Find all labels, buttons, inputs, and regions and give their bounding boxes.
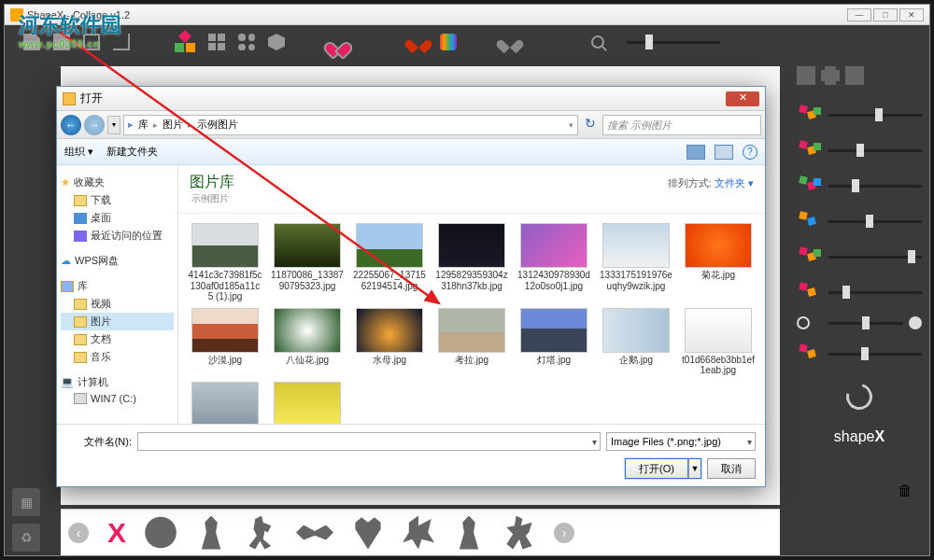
tree-favorites[interactable]: ★收藏夹 xyxy=(61,174,174,191)
file-name: 八仙花.jpg xyxy=(270,355,345,366)
file-item[interactable]: 菊花.jpg xyxy=(679,223,757,302)
crumb-lib[interactable]: 库 xyxy=(135,118,151,132)
gallery-icon[interactable]: ▦ xyxy=(12,488,40,516)
organize-menu[interactable]: 组织 ▾ xyxy=(64,145,93,159)
tree-item-documents[interactable]: 文档 xyxy=(61,330,174,348)
nav-history-drop[interactable]: ▾ xyxy=(107,116,120,134)
file-item[interactable]: 11870086_1338790795323.jpg xyxy=(268,223,347,302)
file-item[interactable]: 沙漠.jpg xyxy=(186,308,264,376)
newfolder-button[interactable]: 新建文件夹 xyxy=(106,145,158,159)
tree-libraries[interactable]: 库 xyxy=(61,277,174,295)
file-name: 11870086_1338790795323.jpg xyxy=(270,270,345,291)
file-item[interactable]: 1333175191976euqhy9wzik.jpg xyxy=(597,223,675,302)
shape-cupid[interactable] xyxy=(403,516,434,550)
tree-computer[interactable]: 💻计算机 xyxy=(61,373,174,391)
file-item[interactable]: 水母.jpg xyxy=(350,308,429,376)
slider-circle[interactable] xyxy=(797,316,922,329)
slider-7[interactable] xyxy=(797,343,922,365)
shapes-next[interactable]: › xyxy=(554,523,574,543)
file-name: 1333175191976euqhy9wzik.jpg xyxy=(599,270,673,291)
dialog-nav: ← → ▾ ▸ 库▸ 图片▸ 示例图片 ▾ ↻ 搜索 示例图片 xyxy=(57,111,765,139)
heart-filled-icon[interactable] xyxy=(410,35,427,49)
shape-mustache[interactable] xyxy=(296,525,333,540)
undo-icon[interactable] xyxy=(842,379,877,414)
file-item[interactable]: 企鹅.jpg xyxy=(597,308,675,376)
shape-circle-v[interactable] xyxy=(145,516,177,550)
shapes-color-icon[interactable] xyxy=(175,32,195,52)
view-mode-button[interactable] xyxy=(686,145,705,160)
file-open-dialog: 打开 ✕ ← → ▾ ▸ 库▸ 图片▸ 示例图片 ▾ ↻ 搜索 示例图片 组织 … xyxy=(56,86,766,487)
tree-item-pictures[interactable]: 图片 xyxy=(61,313,174,330)
hex-icon[interactable] xyxy=(268,34,285,50)
maximize-button[interactable]: □ xyxy=(873,8,898,21)
trash-icon[interactable]: 🗑 xyxy=(898,483,913,499)
minimize-button[interactable]: — xyxy=(847,8,871,21)
close-button[interactable]: ✕ xyxy=(899,8,924,21)
file-item[interactable]: 考拉.jpg xyxy=(432,308,511,376)
refresh-button[interactable]: ↻ xyxy=(581,116,600,134)
shape-portrait[interactable] xyxy=(453,516,485,550)
nav-back-button[interactable]: ← xyxy=(61,115,81,135)
file-item[interactable]: 1312430978930d12o0so0j1.jpg xyxy=(515,223,593,302)
thumbnail xyxy=(602,308,670,353)
recycle-icon[interactable]: ♻ xyxy=(12,524,40,552)
crumb-pictures[interactable]: 图片 xyxy=(160,118,186,132)
tree-item-recent[interactable]: 最近访问的位置 xyxy=(61,227,174,245)
filename-label: 文件名(N): xyxy=(66,435,132,449)
heart-pink-icon[interactable] xyxy=(330,35,347,49)
tree-item-desktop[interactable]: 桌面 xyxy=(61,209,174,227)
slider-4[interactable] xyxy=(797,210,922,232)
dialog-close-button[interactable]: ✕ xyxy=(726,91,759,106)
search-input[interactable]: 搜索 示例图片 xyxy=(602,115,761,135)
file-item[interactable]: 1295829359304z318hn37kb.jpg xyxy=(432,223,511,302)
file-item[interactable]: 灯塔.jpg xyxy=(515,308,593,376)
slider-1[interactable] xyxy=(797,104,922,126)
sort-control[interactable]: 排列方式: 文件夹 ▾ xyxy=(668,176,754,190)
nav-fwd-button[interactable]: → xyxy=(84,115,105,135)
zoom-icon[interactable] xyxy=(591,35,604,49)
slider-3[interactable] xyxy=(797,175,922,197)
file-item[interactable]: t01d668eb3bb1ef1eab.jpg xyxy=(679,308,757,376)
file-item[interactable]: 4141c3c73981f5c130af0d185a11c5 (1).jpg xyxy=(186,223,264,302)
preview-pane-button[interactable] xyxy=(715,145,733,160)
dots-icon[interactable] xyxy=(238,34,255,50)
slider-2[interactable] xyxy=(797,139,922,161)
open-button[interactable]: 打开(O) xyxy=(625,458,688,479)
thumbnail xyxy=(685,308,752,353)
shapes-prev[interactable]: ‹ xyxy=(68,523,89,543)
tree-wps[interactable]: ☁WPS网盘 xyxy=(61,252,174,270)
heart-gray-icon[interactable] xyxy=(502,35,518,49)
titlebar[interactable]: ShapeX - Collage v1.2 — □ ✕ xyxy=(5,5,929,25)
slider-5[interactable] xyxy=(797,245,922,268)
file-item[interactable] xyxy=(186,382,264,425)
shape-girl[interactable] xyxy=(195,516,227,550)
help-button[interactable]: ? xyxy=(743,145,757,160)
zoom-slider[interactable] xyxy=(627,41,720,44)
file-item[interactable]: 八仙花.jpg xyxy=(268,308,347,376)
picture-icon[interactable] xyxy=(845,66,864,85)
thumbnail xyxy=(356,308,423,353)
slider-6[interactable] xyxy=(797,281,922,303)
shape-runner[interactable] xyxy=(246,516,277,550)
shape-dance[interactable] xyxy=(503,516,535,550)
filetype-filter[interactable]: Image Files (*.png;*.jpg) xyxy=(606,432,756,451)
dialog-titlebar[interactable]: 打开 ✕ xyxy=(57,87,765,111)
file-item[interactable] xyxy=(268,382,347,425)
heart-rainbow-icon[interactable] xyxy=(440,34,457,50)
shape-heart[interactable] xyxy=(352,516,384,550)
crumb-sample[interactable]: 示例图片 xyxy=(194,118,241,132)
tree-item-drive-c[interactable]: WIN7 (C:) xyxy=(61,391,174,406)
grid-icon[interactable] xyxy=(208,34,225,50)
tree-item-music[interactable]: 音乐 xyxy=(61,348,174,366)
puzzle-icon[interactable] xyxy=(821,66,840,85)
bg-image-icon[interactable] xyxy=(797,66,815,85)
file-item[interactable]: 22255067_1371562194514.jpg xyxy=(350,223,429,302)
tree-item-video[interactable]: 视频 xyxy=(61,295,174,313)
shape-x[interactable]: X xyxy=(107,517,126,549)
cancel-button[interactable]: 取消 xyxy=(707,458,756,479)
open-dropdown[interactable]: ▼ xyxy=(688,458,701,479)
tree-item-downloads[interactable]: 下载 xyxy=(61,191,174,209)
breadcrumb[interactable]: ▸ 库▸ 图片▸ 示例图片 ▾ xyxy=(123,115,578,135)
dialog-bottom: 文件名(N): Image Files (*.png;*.jpg) 打开(O) … xyxy=(57,424,765,486)
filename-input[interactable] xyxy=(137,432,601,451)
